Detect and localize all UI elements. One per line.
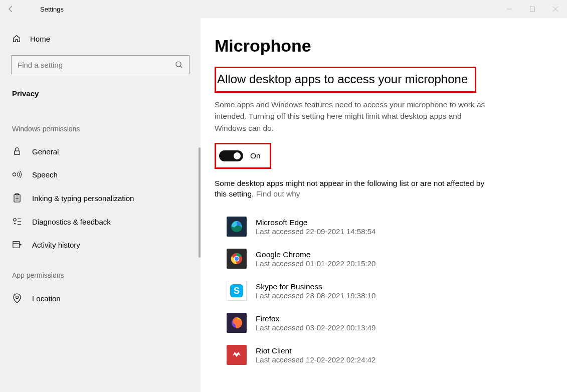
app-name: Skype for Business xyxy=(256,282,375,291)
highlight-toggle: On xyxy=(215,143,271,169)
diagnostics-icon xyxy=(12,217,22,226)
back-button[interactable] xyxy=(0,0,22,18)
svg-text:S: S xyxy=(234,286,240,296)
lock-icon xyxy=(12,147,22,156)
sidebar-item-general[interactable]: General xyxy=(0,140,201,163)
find-out-why-link[interactable]: Find out why xyxy=(256,189,300,198)
svg-rect-1 xyxy=(530,7,535,12)
section-description: Some apps and Windows features need to a… xyxy=(215,99,493,134)
app-meta: Last accessed 28-08-2021 19:38:10 xyxy=(256,291,375,300)
speech-icon xyxy=(12,170,22,179)
app-meta: Last accessed 01-01-2022 20:15:20 xyxy=(256,259,375,268)
search-input[interactable] xyxy=(18,61,158,69)
sidebar-item-speech[interactable]: Speech xyxy=(0,163,201,186)
app-meta: Last accessed 22-09-2021 14:58:54 xyxy=(256,227,375,236)
toggle-knob xyxy=(234,152,241,159)
clipboard-icon xyxy=(12,193,22,203)
window-title: Settings xyxy=(40,6,64,13)
sidebar-scrollbar[interactable] xyxy=(199,143,201,372)
app-row-chrome: Google Chrome Last accessed 01-01-2022 2… xyxy=(227,243,547,275)
nav-label: Inking & typing personalization xyxy=(32,194,134,203)
app-row-firefox: Firefox Last accessed 03-02-2022 00:13:4… xyxy=(227,307,547,339)
svg-rect-4 xyxy=(15,151,20,154)
nav-label: Location xyxy=(32,294,61,303)
search-icon xyxy=(175,61,183,69)
app-name: Microsoft Edge xyxy=(256,218,375,227)
access-toggle[interactable] xyxy=(219,150,243,161)
riot-icon xyxy=(227,345,247,365)
app-name: Firefox xyxy=(256,314,375,323)
sidebar-home[interactable]: Home xyxy=(0,28,201,49)
sidebar-home-label: Home xyxy=(30,35,50,43)
sidebar-group-label: Windows permissions xyxy=(0,110,201,140)
main-content: Microphone Allow desktop apps to access … xyxy=(201,18,567,392)
window-controls xyxy=(498,0,567,18)
close-button[interactable] xyxy=(544,0,567,18)
app-list: Microsoft Edge Last accessed 22-09-2021 … xyxy=(215,211,547,371)
page-title: Microphone xyxy=(215,36,547,56)
app-row-riot: Riot Client Last accessed 12-02-2022 02:… xyxy=(227,339,547,371)
svg-point-11 xyxy=(14,219,16,221)
nav-label: General xyxy=(32,147,59,156)
sidebar-group-label: App permissions xyxy=(0,256,201,286)
scrollbar-thumb[interactable] xyxy=(199,147,201,258)
skype-icon: S xyxy=(227,281,247,301)
note-body: Some desktop apps might not appear in th… xyxy=(215,179,484,199)
app-name: Google Chrome xyxy=(256,250,375,259)
svg-point-18 xyxy=(235,257,239,261)
app-name: Riot Client xyxy=(256,346,375,355)
sidebar: Home Privacy Windows permissions General… xyxy=(0,18,201,392)
history-icon xyxy=(12,240,22,249)
app-row-skype: S Skype for Business Last accessed 28-08… xyxy=(227,275,547,307)
sidebar-item-inking[interactable]: Inking & typing personalization xyxy=(0,186,201,210)
firefox-icon xyxy=(227,313,247,333)
svg-point-2 xyxy=(176,62,181,67)
svg-line-3 xyxy=(180,66,182,68)
nav-label: Speech xyxy=(32,170,58,179)
titlebar: Settings xyxy=(0,0,567,18)
sidebar-item-diagnostics[interactable]: Diagnostics & feedback xyxy=(0,210,201,233)
home-icon xyxy=(12,34,21,43)
nav-label: Diagnostics & feedback xyxy=(32,218,111,226)
search-box[interactable] xyxy=(11,55,190,74)
svg-rect-12 xyxy=(13,242,20,248)
svg-point-14 xyxy=(16,296,19,299)
app-meta: Last accessed 03-02-2022 00:13:49 xyxy=(256,323,375,332)
highlight-heading: Allow desktop apps to access your microp… xyxy=(215,67,476,93)
sidebar-category: Privacy xyxy=(0,83,201,110)
sidebar-item-location[interactable]: Location xyxy=(0,286,201,310)
minimize-button[interactable] xyxy=(498,0,521,18)
app-row-edge: Microsoft Edge Last accessed 22-09-2021 … xyxy=(227,211,547,243)
nav-label: Activity history xyxy=(32,241,80,249)
sidebar-item-activity[interactable]: Activity history xyxy=(0,233,201,256)
chrome-icon xyxy=(227,249,247,269)
section-heading: Allow desktop apps to access your microp… xyxy=(217,70,471,88)
toggle-state-label: On xyxy=(250,151,261,160)
app-meta: Last accessed 12-02-2022 02:24:42 xyxy=(256,355,375,364)
edge-icon xyxy=(227,217,247,237)
maximize-button[interactable] xyxy=(521,0,544,18)
location-icon xyxy=(12,293,22,303)
note-text: Some desktop apps might not appear in th… xyxy=(215,178,495,200)
svg-point-5 xyxy=(13,173,16,176)
